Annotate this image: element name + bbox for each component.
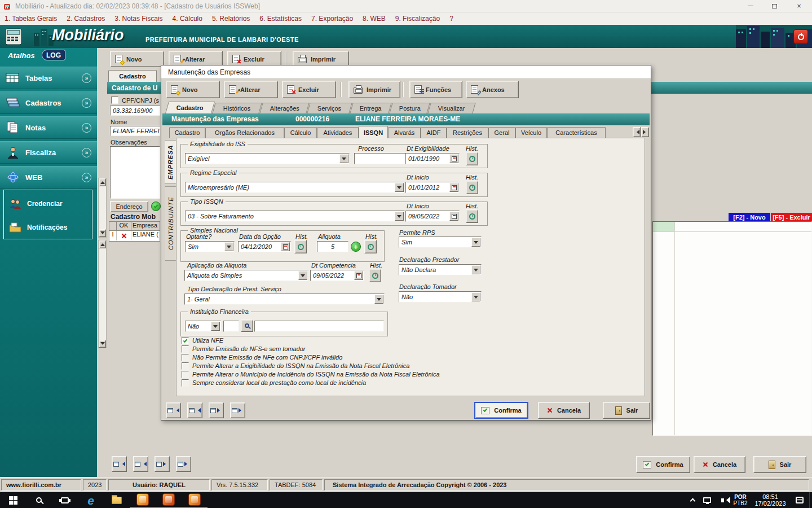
dt-exigibilidade-field[interactable]: 01/01/1990 <box>405 153 460 164</box>
tab-inner-orgaos[interactable]: Orgãos Relacionados <box>205 127 284 138</box>
menu-calculo[interactable]: 4. Cálculo <box>173 15 202 23</box>
log-badge[interactable]: LOG <box>42 50 65 60</box>
declaracao-prestador-select[interactable]: Não Declara <box>399 264 482 275</box>
modal-imprimir-button[interactable]: Imprimir <box>348 81 400 98</box>
dropdown-arrow-icon[interactable] <box>374 295 383 304</box>
menu-relatorios[interactable]: 5. Relatórios <box>212 15 250 23</box>
notification-center-button[interactable] <box>790 492 809 508</box>
nome-field[interactable]: ELIANE FERREI <box>110 126 160 136</box>
hist-button[interactable] <box>466 181 478 194</box>
grid-row[interactable]: I ELIANE ( <box>109 231 160 240</box>
hist-button[interactable] <box>466 209 478 223</box>
close-button[interactable]: × <box>786 0 812 12</box>
calendar-button[interactable] <box>449 183 458 192</box>
modal-funcoes-button[interactable]: Funções <box>409 81 462 98</box>
menu-notas-fiscais[interactable]: 3. Notas Fiscais <box>114 15 162 23</box>
menu-web[interactable]: 8. WEB <box>363 15 386 23</box>
tabs-scroll-left-button[interactable] <box>633 127 641 137</box>
modal-sair-button[interactable]: Sair <box>603 402 650 419</box>
alterar-municipio-checkbox[interactable] <box>182 371 189 378</box>
sidebar-item-fiscaliza[interactable]: Fiscaliza » <box>0 141 97 164</box>
alterar-exigibilidade-checkbox[interactable] <box>182 362 189 370</box>
record-last-button[interactable] <box>176 456 191 472</box>
nfe-cnpj-invalido-checkbox[interactable] <box>182 354 189 361</box>
nfse-sem-tomador-checkbox[interactable] <box>182 345 189 353</box>
modal-confirma-button[interactable]: Confirma <box>474 402 528 419</box>
record-first-button[interactable] <box>166 402 181 418</box>
network-display-button[interactable] <box>700 492 714 508</box>
scroll-up-button[interactable] <box>99 240 106 248</box>
expand-chevron-icon[interactable]: » <box>82 123 91 133</box>
instituicao-name-field[interactable] <box>254 321 384 332</box>
header-exit-button[interactable] <box>793 29 808 44</box>
utiliza-nfe-checkbox[interactable] <box>182 337 189 344</box>
data-opcao-field[interactable]: 04/12/2020 <box>238 241 291 252</box>
hist-button[interactable] <box>369 269 381 282</box>
dt-competencia-field[interactable]: 09/05/2022 <box>310 270 364 281</box>
declaracao-tomador-select[interactable]: Não <box>399 291 482 303</box>
tab-entrega[interactable]: Entrega <box>350 103 391 113</box>
record-next-button[interactable] <box>209 402 224 418</box>
side-tab-empresa[interactable]: EMPRESA <box>165 140 176 184</box>
dropdown-arrow-icon[interactable] <box>471 292 480 301</box>
local-prestacao-checkbox[interactable] <box>182 379 189 387</box>
sidebar-item-web[interactable]: WEB » <box>0 166 97 189</box>
aplicacao-aliquota-select[interactable]: Aliquota do Simples <box>184 270 308 281</box>
dropdown-arrow-icon[interactable] <box>395 212 404 221</box>
expand-chevron-icon[interactable]: » <box>82 98 91 108</box>
volume-button[interactable] <box>714 492 730 508</box>
tab-inner-issqn[interactable]: ISSQN <box>359 126 388 138</box>
regime-select[interactable]: Microempresário (ME) <box>185 182 405 193</box>
sidebar-item-credenciar[interactable]: Credenciar <box>4 194 92 214</box>
menu-estatisticas[interactable]: 6. Estatísticas <box>259 15 302 23</box>
app-button-3[interactable] <box>182 492 208 508</box>
record-next-button[interactable] <box>155 456 170 472</box>
scroll-down-button[interactable] <box>99 229 106 237</box>
minimize-button[interactable] <box>739 0 762 12</box>
tab-servicos[interactable]: Serviços <box>307 103 352 113</box>
record-first-button[interactable] <box>112 456 127 472</box>
tab-inner-caracteristicas[interactable]: Características <box>547 127 606 138</box>
processo-field[interactable] <box>354 153 406 164</box>
scroll-up-button[interactable] <box>99 178 106 186</box>
exigibilidade-select[interactable]: Exigível <box>185 153 350 164</box>
vertical-scrollbar[interactable] <box>98 240 107 348</box>
instituicao-select[interactable]: Não <box>185 321 221 332</box>
observacoes-textarea[interactable] <box>110 146 160 199</box>
sidebar-item-notificacoes[interactable]: Notificações <box>4 217 92 238</box>
add-aliquota-button[interactable]: + <box>351 242 361 252</box>
app-button-1[interactable] <box>130 492 156 508</box>
tab-postura[interactable]: Postura <box>389 103 430 113</box>
modal-anexos-button[interactable]: Anexos <box>466 81 519 98</box>
app-button-2[interactable] <box>156 492 182 508</box>
scroll-down-button[interactable] <box>99 340 106 348</box>
modal-novo-button[interactable]: Novo <box>166 81 220 98</box>
sidebar-item-tabelas[interactable]: Tabelas » <box>0 67 97 89</box>
taskbar-search-button[interactable] <box>26 492 52 508</box>
expand-chevron-icon[interactable]: » <box>82 73 91 83</box>
tab-inner-atividades[interactable]: Atividades <box>317 127 359 138</box>
cpf-checkbox[interactable] <box>111 97 118 104</box>
record-prev-button[interactable] <box>187 402 202 418</box>
dropdown-arrow-icon[interactable] <box>395 183 404 192</box>
main-tab-cadastro[interactable]: Cadastro <box>108 70 157 82</box>
tab-inner-veiculo[interactable]: Veículo <box>515 127 547 138</box>
dropdown-arrow-icon[interactable] <box>298 271 307 280</box>
record-last-button[interactable] <box>230 402 245 418</box>
start-button[interactable] <box>0 492 26 508</box>
hist-button[interactable] <box>294 240 307 253</box>
dropdown-arrow-icon[interactable] <box>211 322 220 331</box>
modal-cancela-button[interactable]: Cancela <box>538 402 590 419</box>
language-indicator[interactable]: PORPTB2 <box>730 494 751 506</box>
dt-inicio-field[interactable]: 09/05/2022 <box>405 211 460 222</box>
permite-rps-select[interactable]: Sim <box>399 237 482 248</box>
dropdown-arrow-icon[interactable] <box>339 154 348 163</box>
tipo-declaracao-select[interactable]: 1- Geral <box>184 294 385 305</box>
tab-alteracoes[interactable]: Alterações <box>259 103 309 113</box>
vertical-scrollbar[interactable] <box>98 178 107 238</box>
sidebar-item-notas[interactable]: Notas » <box>0 116 97 139</box>
calendar-button[interactable] <box>449 154 458 163</box>
main-novo-button[interactable]: Novo <box>110 51 164 67</box>
menu-exportacao[interactable]: 7. Exportação <box>311 15 353 23</box>
file-explorer-button[interactable] <box>104 492 130 508</box>
